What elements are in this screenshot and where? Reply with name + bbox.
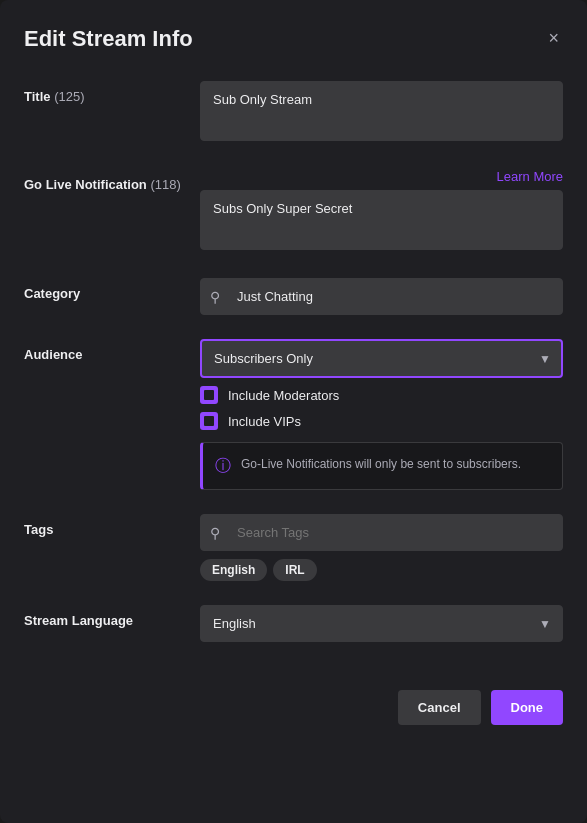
category-input[interactable] xyxy=(200,278,563,315)
notification-input-wrapper: Learn More Subs Only Super Secret xyxy=(200,169,563,254)
category-search-wrapper: ⚲ xyxy=(200,278,563,315)
checkbox-inner-vips xyxy=(204,416,214,426)
include-vips-checkbox[interactable] xyxy=(200,412,218,430)
tag-irl: IRL xyxy=(273,559,316,581)
close-button[interactable]: × xyxy=(544,24,563,53)
tag-english: English xyxy=(200,559,267,581)
tags-container: English IRL xyxy=(200,559,563,581)
cancel-button[interactable]: Cancel xyxy=(398,690,481,725)
audience-row: Audience Everyone Subscribers Only ▼ Inc… xyxy=(24,339,563,490)
title-input[interactable]: Sub Only Stream xyxy=(200,81,563,141)
audience-select[interactable]: Everyone Subscribers Only xyxy=(200,339,563,378)
modal-header: Edit Stream Info × xyxy=(24,24,563,53)
language-row: Stream Language English Spanish French G… xyxy=(24,605,563,642)
language-select-wrapper: English Spanish French German Japanese ▼ xyxy=(200,605,563,642)
category-search-icon: ⚲ xyxy=(210,289,220,305)
info-icon: ⓘ xyxy=(215,456,231,477)
modal-footer: Cancel Done xyxy=(24,674,563,725)
notification-header: Learn More xyxy=(200,169,563,184)
include-moderators-checkbox[interactable] xyxy=(200,386,218,404)
title-input-wrapper: Sub Only Stream xyxy=(200,81,563,145)
language-control-wrapper: English Spanish French German Japanese ▼ xyxy=(200,605,563,642)
include-moderators-label: Include Moderators xyxy=(228,388,339,403)
audience-select-wrapper: Everyone Subscribers Only ▼ xyxy=(200,339,563,378)
language-label: Stream Language xyxy=(24,605,184,628)
modal-title: Edit Stream Info xyxy=(24,26,193,52)
audience-control-wrapper: Everyone Subscribers Only ▼ Include Mode… xyxy=(200,339,563,490)
tags-row: Tags ⚲ English IRL xyxy=(24,514,563,581)
tags-label: Tags xyxy=(24,514,184,537)
audience-label: Audience xyxy=(24,339,184,362)
title-row: Title (125) Sub Only Stream xyxy=(24,81,563,145)
include-moderators-item[interactable]: Include Moderators xyxy=(200,386,563,404)
tags-search-wrapper: ⚲ xyxy=(200,514,563,551)
tags-control-wrapper: ⚲ English IRL xyxy=(200,514,563,581)
category-input-wrapper: ⚲ xyxy=(200,278,563,315)
title-label: Title (125) xyxy=(24,81,184,104)
notification-label: Go Live Notification (118) xyxy=(24,169,184,192)
language-select[interactable]: English Spanish French German Japanese xyxy=(200,605,563,642)
category-label: Category xyxy=(24,278,184,301)
audience-info-text: Go-Live Notifications will only be sent … xyxy=(241,455,521,473)
checkbox-inner xyxy=(204,390,214,400)
learn-more-link[interactable]: Learn More xyxy=(497,169,563,184)
tags-input[interactable] xyxy=(200,514,563,551)
category-row: Category ⚲ xyxy=(24,278,563,315)
include-vips-label: Include VIPs xyxy=(228,414,301,429)
tags-search-icon: ⚲ xyxy=(210,525,220,541)
done-button[interactable]: Done xyxy=(491,690,564,725)
audience-checkbox-group: Include Moderators Include VIPs xyxy=(200,386,563,430)
notification-row: Go Live Notification (118) Learn More Su… xyxy=(24,169,563,254)
audience-info-box: ⓘ Go-Live Notifications will only be sen… xyxy=(200,442,563,490)
include-vips-item[interactable]: Include VIPs xyxy=(200,412,563,430)
edit-stream-info-modal: Edit Stream Info × Title (125) Sub Only … xyxy=(0,0,587,823)
notification-input[interactable]: Subs Only Super Secret xyxy=(200,190,563,250)
